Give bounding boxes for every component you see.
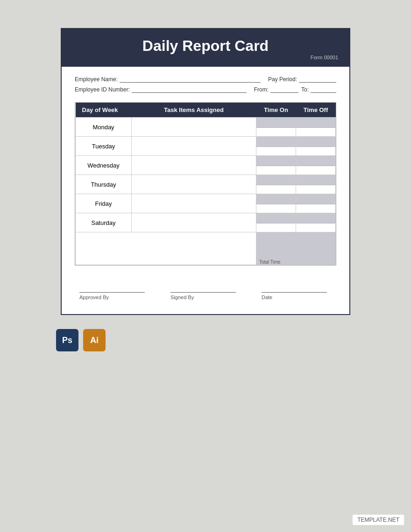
card-title: Daily Report Card xyxy=(71,37,340,55)
report-table: Day of Week Task Items Assigned Time On … xyxy=(75,103,336,265)
illustrator-icon: Ai xyxy=(83,329,106,351)
signed-by-label: Signed By xyxy=(170,294,194,300)
report-card: Daily Report Card Form 00001 Employee Na… xyxy=(61,28,350,315)
total-time-label: Total Time xyxy=(256,258,335,265)
time-on-saturday[interactable] xyxy=(256,213,296,232)
day-friday: Friday xyxy=(76,194,132,213)
task-monday[interactable] xyxy=(132,118,256,137)
day-monday: Monday xyxy=(76,118,132,137)
table-row: Thursday xyxy=(76,175,336,194)
table-row: Monday xyxy=(76,118,336,137)
total-row-blank xyxy=(76,232,256,265)
employee-name-label: Employee Name: xyxy=(75,76,118,83)
day-tuesday: Tuesday xyxy=(76,137,132,156)
task-wednesday[interactable] xyxy=(132,156,256,175)
table-row: Friday xyxy=(76,194,336,213)
approved-by-block: Approved By xyxy=(79,284,149,300)
task-saturday[interactable] xyxy=(132,213,256,232)
col-time-on: Time On xyxy=(256,103,296,118)
date-line xyxy=(262,284,327,293)
pay-period-label: Pay Period: xyxy=(268,76,297,83)
time-off-tuesday[interactable] xyxy=(296,137,336,156)
table-header-row: Day of Week Task Items Assigned Time On … xyxy=(76,103,336,118)
time-on-friday[interactable] xyxy=(256,194,296,213)
employee-id-label: Employee ID Number: xyxy=(75,86,130,93)
date-label: Date xyxy=(262,294,272,300)
time-off-wednesday[interactable] xyxy=(296,156,336,175)
approved-by-label: Approved By xyxy=(79,294,109,300)
date-block: Date xyxy=(262,284,332,300)
task-friday[interactable] xyxy=(132,194,256,213)
card-header: Daily Report Card Form 00001 xyxy=(62,29,349,67)
signed-by-line xyxy=(170,284,236,293)
from-label: From: xyxy=(254,86,269,93)
time-on-monday[interactable] xyxy=(256,118,296,137)
fields-section: Employee Name: Pay Period: Employee ID N… xyxy=(75,76,336,93)
photoshop-icon: Ps xyxy=(56,329,78,351)
employee-name-row: Employee Name: Pay Period: xyxy=(75,76,336,83)
task-tuesday[interactable] xyxy=(132,137,256,156)
card-body: Employee Name: Pay Period: Employee ID N… xyxy=(62,67,349,314)
to-label: To: xyxy=(301,86,309,93)
col-time-off: Time Off xyxy=(296,103,336,118)
employee-name-line xyxy=(120,76,261,83)
to-line xyxy=(311,86,336,93)
bottom-icons: Ps Ai xyxy=(56,329,106,351)
pay-period-line xyxy=(299,76,336,83)
from-line xyxy=(270,86,298,93)
table-row: Saturday xyxy=(76,213,336,232)
time-on-wednesday[interactable] xyxy=(256,156,296,175)
time-on-thursday[interactable] xyxy=(256,175,296,194)
day-wednesday: Wednesday xyxy=(76,156,132,175)
col-day: Day of Week xyxy=(76,103,132,118)
day-saturday: Saturday xyxy=(76,213,132,232)
col-tasks: Task Items Assigned xyxy=(132,103,256,118)
approved-by-line xyxy=(79,284,145,293)
employee-id-row: Employee ID Number: From: To: xyxy=(75,86,336,93)
table-row: Wednesday xyxy=(76,156,336,175)
employee-id-line xyxy=(132,86,247,93)
total-row: Total Time xyxy=(76,232,336,265)
day-thursday: Thursday xyxy=(76,175,132,194)
time-off-saturday[interactable] xyxy=(296,213,336,232)
time-off-thursday[interactable] xyxy=(296,175,336,194)
signature-section: Approved By Signed By Date xyxy=(75,284,336,300)
form-number: Form 00001 xyxy=(71,55,340,62)
table-row: Tuesday xyxy=(76,137,336,156)
total-time-cell: Total Time xyxy=(256,232,336,265)
template-badge: TEMPLATE.NET xyxy=(352,514,404,525)
time-off-monday[interactable] xyxy=(296,118,336,137)
signed-by-block: Signed By xyxy=(170,284,241,300)
task-thursday[interactable] xyxy=(132,175,256,194)
time-off-friday[interactable] xyxy=(296,194,336,213)
time-on-tuesday[interactable] xyxy=(256,137,296,156)
table-container: Day of Week Task Items Assigned Time On … xyxy=(75,102,336,266)
